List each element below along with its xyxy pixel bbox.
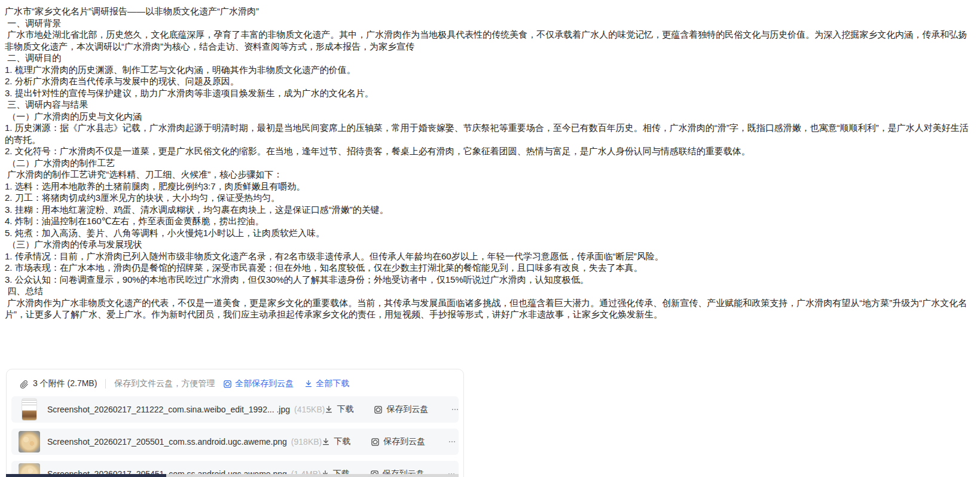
report-paragraph: 1. 选料：选用本地散养的土猪前腿肉，肥瘦比例约3:7，肉质鲜嫩且有嚼劲。	[5, 181, 975, 192]
report-paragraph: 2. 文化符号：广水滑肉不仅是一道菜，更是广水民俗文化的缩影。在当地，逢年过节、…	[5, 145, 975, 157]
cloud-save-icon	[223, 380, 232, 389]
report-paragraph: 3. 公众认知：问卷调查显示，90%的本地市民吃过广水滑肉，但仅30%的人了解其…	[5, 274, 975, 286]
attachment-filesize: (918KB)	[291, 437, 322, 447]
ellipsis-icon	[447, 438, 457, 446]
report-paragraph: （二）广水滑肉的制作工艺	[5, 157, 975, 169]
report-paragraph: 2. 刀工：将猪肉切成约3厘米见方的块状，大小均匀，保证受热均匀。	[5, 192, 975, 204]
download-icon	[325, 405, 333, 414]
cloud-save-icon	[374, 405, 383, 414]
report-paragraph: 3. 提出针对性的宣传与保护建议，助力广水滑肉等非遗项目焕发新生，成为广水的文化…	[5, 87, 975, 99]
report-paragraph: 二、调研目的	[5, 52, 975, 64]
download-icon	[322, 438, 330, 446]
report-paragraph: 三、调研内容与结果	[5, 99, 975, 111]
attachment-thumbnail[interactable]	[19, 431, 40, 452]
report-paragraph: 2. 市场表现：在广水本地，滑肉仍是餐馆的招牌菜，深受市民喜爱；但在外地，知名度…	[5, 262, 975, 274]
report-text: 广水市“家乡文化名片”调研报告——以非物质文化遗产“广水滑肉” 一、调研背景 广…	[5, 5, 975, 320]
attachment-list: Screenshot_20260217_211222_com.sina.weib…	[7, 396, 463, 477]
report-paragraph: 广水市“家乡文化名片”调研报告——以非物质文化遗产“广水滑肉”	[5, 5, 975, 17]
save-to-cloud-label: 保存到云盘	[383, 436, 425, 447]
save-to-cloud-button[interactable]: 保存到云盘	[371, 436, 425, 447]
report-paragraph: 3. 挂糊：用本地红薯淀粉、鸡蛋、清水调成糊状，均匀裹在肉块上，这是保证口感“滑…	[5, 204, 975, 216]
report-paragraph: 广水市地处湖北省北部，历史悠久，文化底蕴深厚，孕育了丰富的非物质文化遗产。其中，…	[5, 29, 975, 52]
report-paragraph: 4. 炸制：油温控制在160℃左右，炸至表面金黄酥脆，捞出控油。	[5, 215, 975, 227]
attachment-filename[interactable]: Screenshot_20260217_205501_com.ss.androi…	[47, 437, 287, 447]
header-divider	[105, 379, 106, 389]
attachment-filename[interactable]: Screenshot_20260217_211222_com.sina.weib…	[47, 405, 290, 414]
attachment-row[interactable]: Screenshot_20260217_211222_com.sina.weib…	[11, 396, 459, 423]
save-all-label: 全部保存到云盘	[235, 378, 294, 389]
report-paragraph: 2. 分析广水滑肉在当代传承与发展中的现状、问题及原因。	[5, 75, 975, 87]
cloud-hint-text: 保存到文件云盘，方便管理	[114, 378, 215, 389]
report-paragraph: 广水滑肉的制作工艺讲究“选料精、刀工细、火候准”，核心步骤如下：	[5, 169, 975, 181]
ellipsis-icon	[450, 405, 460, 414]
report-paragraph: 一、调研背景	[5, 17, 975, 29]
attachment-filesize: (415KB)	[294, 405, 325, 414]
download-button[interactable]: 下载	[325, 404, 353, 415]
report-paragraph: 1. 梳理广水滑肉的历史渊源、制作工艺与文化内涵，明确其作为非物质文化遗产的价值…	[5, 64, 975, 76]
download-label: 下载	[337, 404, 353, 415]
attachment-count: 3 个附件 (2.7MB)	[20, 378, 97, 389]
report-paragraph: 1. 传承情况：目前，广水滑肉已列入随州市级非物质文化遗产名录，有2名市级非遗传…	[5, 250, 975, 262]
attachments-panel: 3 个附件 (2.7MB) 保存到文件云盘，方便管理 全部保存到云盘 全部下载 …	[6, 369, 464, 477]
bottom-edge-gray-strip	[166, 474, 459, 477]
download-icon	[304, 380, 313, 388]
report-paragraph: （三）广水滑肉的传承与发展现状	[5, 239, 975, 250]
attachment-thumbnail[interactable]	[22, 398, 37, 421]
download-all-button[interactable]: 全部下载	[304, 378, 349, 389]
save-to-cloud-label: 保存到云盘	[386, 404, 428, 415]
more-actions-button[interactable]	[447, 438, 457, 446]
report-paragraph: 四、总结	[5, 285, 975, 297]
bottom-edge-dark-strip	[6, 474, 166, 477]
download-button[interactable]: 下载	[322, 436, 350, 447]
cloud-save-icon	[371, 438, 380, 447]
attachment-row[interactable]: Screenshot_20260217_205501_com.ss.androi…	[11, 429, 459, 455]
report-paragraph: （一）广水滑肉的历史与文化内涵	[5, 111, 975, 123]
save-all-to-cloud-button[interactable]: 全部保存到云盘	[223, 378, 294, 389]
paperclip-icon	[20, 380, 29, 389]
report-paragraph: 1. 历史渊源：据《广水县志》记载，广水滑肉起源于明清时期，最初是当地民间宴席上…	[5, 122, 975, 145]
attachment-count-label: 3 个附件 (2.7MB)	[33, 378, 97, 389]
more-actions-button[interactable]	[450, 405, 460, 414]
save-to-cloud-button[interactable]: 保存到云盘	[374, 404, 428, 415]
report-paragraph: 广水滑肉作为广水非物质文化遗产的代表，不仅是一道美食，更是家乡文化的重要载体。当…	[5, 297, 975, 320]
download-all-label: 全部下载	[316, 378, 349, 389]
report-paragraph: 5. 炖煮：加入高汤、姜片、八角等调料，小火慢炖1小时以上，让肉质软烂入味。	[5, 227, 975, 239]
attachments-header: 3 个附件 (2.7MB) 保存到文件云盘，方便管理 全部保存到云盘 全部下载	[7, 369, 463, 396]
download-label: 下载	[334, 436, 350, 447]
